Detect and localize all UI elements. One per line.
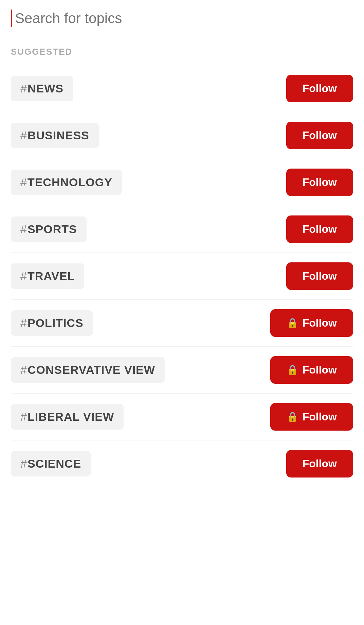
follow-label: Follow (303, 411, 337, 423)
search-bar[interactable] (0, 0, 364, 34)
topic-name-business: BUSINESS (28, 129, 89, 142)
lock-icon: 🔒 (287, 364, 298, 376)
follow-label: Follow (303, 82, 337, 95)
topic-hash: # (20, 223, 27, 236)
topic-hash: # (20, 82, 27, 95)
topic-hash: # (20, 316, 27, 330)
topic-name-sports: SPORTS (28, 223, 77, 236)
search-input[interactable] (15, 10, 353, 27)
topic-row: #SCIENCEFollow (11, 440, 353, 487)
topic-tag-liberal-view: #LIBERAL VIEW (11, 404, 124, 430)
topic-row: #POLITICS🔒Follow (11, 300, 353, 347)
topic-name-liberal-view: LIBERAL VIEW (28, 410, 114, 423)
topic-tag-travel: #TRAVEL (11, 263, 84, 289)
topic-name-travel: TRAVEL (28, 270, 75, 283)
topic-hash: # (20, 410, 27, 423)
topic-tag-politics: #POLITICS (11, 310, 93, 336)
topic-name-politics: POLITICS (28, 316, 84, 330)
follow-label: Follow (303, 364, 337, 376)
topic-tag-conservative-view: #CONSERVATIVE VIEW (11, 357, 165, 383)
topic-row: #CONSERVATIVE VIEW🔒Follow (11, 347, 353, 394)
follow-label: Follow (303, 223, 337, 236)
follow-button-conservative-view[interactable]: 🔒Follow (270, 356, 353, 384)
topic-row: #NEWSFollow (11, 65, 353, 112)
follow-button-sports[interactable]: Follow (286, 215, 353, 243)
follow-button-liberal-view[interactable]: 🔒Follow (270, 403, 353, 431)
follow-label: Follow (303, 317, 337, 329)
follow-button-travel[interactable]: Follow (286, 262, 353, 290)
topic-row: #SPORTSFollow (11, 206, 353, 253)
follow-label: Follow (303, 270, 337, 282)
topic-list: #NEWSFollow#BUSINESSFollow#TECHNOLOGYFol… (11, 65, 353, 487)
follow-label: Follow (303, 457, 337, 470)
follow-label: Follow (303, 129, 337, 142)
follow-button-news[interactable]: Follow (286, 75, 353, 102)
topic-tag-news: #NEWS (11, 76, 73, 101)
topic-tag-sports: #SPORTS (11, 216, 87, 242)
suggested-section: SUGGESTED #NEWSFollow#BUSINESSFollow#TEC… (0, 34, 364, 487)
topic-tag-technology: #TECHNOLOGY (11, 170, 122, 195)
follow-label: Follow (303, 176, 337, 189)
topic-row: #LIBERAL VIEW🔒Follow (11, 394, 353, 440)
topic-hash: # (20, 176, 27, 189)
lock-icon: 🔒 (287, 317, 298, 329)
topic-hash: # (20, 270, 27, 283)
follow-button-politics[interactable]: 🔒Follow (270, 309, 353, 337)
topic-name-conservative-view: CONSERVATIVE VIEW (28, 363, 155, 377)
topic-hash: # (20, 363, 27, 377)
lock-icon: 🔒 (287, 411, 298, 422)
topic-name-technology: TECHNOLOGY (28, 176, 112, 189)
topic-name-news: NEWS (28, 82, 63, 95)
topic-row: #BUSINESSFollow (11, 112, 353, 159)
follow-button-technology[interactable]: Follow (286, 169, 353, 196)
topic-row: #TRAVELFollow (11, 253, 353, 300)
topic-hash: # (20, 129, 27, 142)
search-cursor (11, 10, 12, 27)
topic-row: #TECHNOLOGYFollow (11, 159, 353, 206)
topic-hash: # (20, 457, 27, 470)
topic-tag-science: #SCIENCE (11, 451, 91, 476)
follow-button-business[interactable]: Follow (286, 122, 353, 149)
topic-name-science: SCIENCE (28, 457, 81, 470)
topic-tag-business: #BUSINESS (11, 123, 99, 148)
follow-button-science[interactable]: Follow (286, 450, 353, 478)
suggested-label: SUGGESTED (11, 47, 353, 57)
